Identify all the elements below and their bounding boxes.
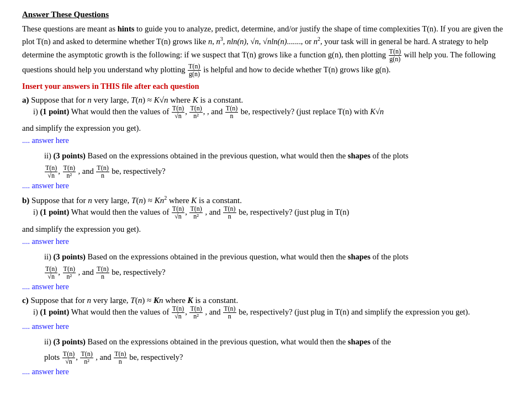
answer-b-i: .... answer here [22,237,507,246]
question-c-i: i) (1 point) What would then the values … [33,305,507,320]
question-a-label: a) [22,95,29,104]
question-b-i: i) (1 point) What would then the values … [33,205,507,220]
question-c-ii: ii) (3 points) Based on the expressions … [44,336,507,348]
answer-b-ii: .... answer here [22,283,507,291]
answer-a-ii: .... answer here [22,182,507,190]
section-title: Answer These Questions [22,10,507,19]
insert-instruction: Insert your answers in THIS file after e… [22,82,507,91]
question-a-ii: ii) (3 points) Based on the expressions … [44,150,507,162]
intro-paragraph: These questions are meant as hints to gu… [22,23,507,78]
question-c-block: c) Suppose that for n very large, T(n) ≈… [22,296,507,376]
question-b-ii-fractions: T(n)√n, T(n)n² , and T(n)n be, respectiv… [44,265,507,280]
question-c-text: Suppose that for n very large, T(n) ≈ Kn… [30,296,238,305]
question-a-i: i) (1 point) What would then the values … [33,105,507,120]
question-b-i-continuation: and simplify the expression you get). [22,223,507,235]
question-a-i-continuation: and simplify the expression you get). [22,122,507,134]
answer-c-ii: .... answer here [22,368,507,376]
question-b-text: Suppose that for n very large, T(n) ≈ Kn… [31,196,242,205]
question-b-block: b) Suppose that for n very large, T(n) ≈… [22,195,507,291]
question-c-label: c) [22,296,29,305]
question-a-ii-fractions: T(n)√n, T(n)n² , and T(n)n be, respectiv… [44,164,507,179]
question-a-block: a) Suppose that for n very large, T(n) ≈… [22,95,507,191]
page-container: Answer These Questions These questions a… [0,0,529,420]
question-b-label: b) [22,196,29,205]
question-c-ii-fractions: plots T(n)√n, T(n)n² , and T(n)n be, res… [44,350,507,365]
question-a-text: Suppose that for n very large, T(n) ≈ K√… [31,95,243,104]
question-b-ii: ii) (3 points) Based on the expressions … [44,251,507,263]
answer-c-i: .... answer here [22,322,507,331]
answer-a-i: .... answer here [22,136,507,145]
